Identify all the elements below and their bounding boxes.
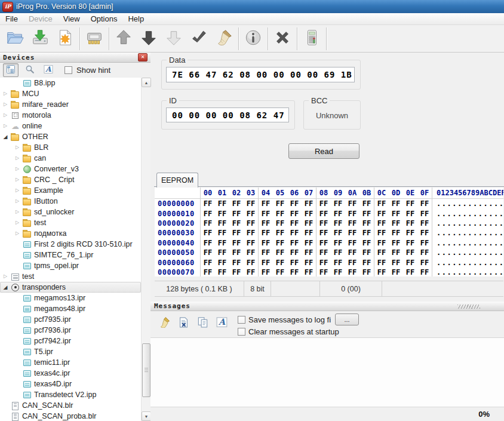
tree-item-megamos13-ipr[interactable]: megamos13.ipr <box>0 293 141 303</box>
hex-byte-cell[interactable]: FF <box>273 208 287 218</box>
hex-byte-cell[interactable]: FF <box>201 208 215 218</box>
hex-byte-cell[interactable]: FF <box>215 228 229 238</box>
hex-byte-cell[interactable]: FF <box>389 199 403 208</box>
hex-byte-cell[interactable]: FF <box>331 219 345 228</box>
hex-byte-cell[interactable]: FF <box>331 268 345 276</box>
tree-item-motorola[interactable]: ▷motorola <box>0 110 141 121</box>
hex-byte-cell[interactable]: FF <box>302 208 316 218</box>
tab-eeprom[interactable]: EEPROM <box>156 173 198 188</box>
hex-byte-cell[interactable]: FF <box>417 228 432 238</box>
hex-byte-cell[interactable]: FF <box>244 257 258 267</box>
hex-byte-cell[interactable]: FF <box>359 248 374 257</box>
hex-byte-cell[interactable]: FF <box>316 248 331 257</box>
hex-byte-cell[interactable]: FF <box>316 219 331 228</box>
id-hex-field[interactable]: 00 00 00 00 08 62 47 66 <box>166 107 289 122</box>
tree-item-pcf7936-ipr[interactable]: pcf7936.ipr <box>0 325 141 336</box>
hex-byte-cell[interactable]: FF <box>215 257 229 267</box>
hex-byte-cell[interactable]: FF <box>331 248 345 257</box>
tree-item-simtec-76-1-ipr[interactable]: SIMTEC_76_1.ipr <box>0 250 141 260</box>
hex-byte-cell[interactable]: FF <box>331 257 345 267</box>
hex-byte-cell[interactable]: FF <box>417 219 432 228</box>
hex-byte-cell[interactable]: FF <box>259 238 273 248</box>
hex-byte-cell[interactable]: FF <box>374 219 389 228</box>
hex-byte-cell[interactable]: FF <box>331 228 345 238</box>
search-button[interactable] <box>23 64 37 76</box>
hex-byte-cell[interactable]: FF <box>345 257 359 267</box>
chip-button[interactable] <box>82 27 107 51</box>
hex-byte-cell[interactable]: FF <box>359 199 374 208</box>
hex-byte-cell[interactable]: FF <box>302 248 316 257</box>
expander-open-icon[interactable]: ◢ <box>2 284 8 290</box>
hex-byte-cell[interactable]: FF <box>389 248 403 257</box>
hex-byte-cell[interactable]: FF <box>201 219 215 228</box>
tree-item-tpms-opel-ipr[interactable]: tpms_opel.ipr <box>0 260 141 271</box>
hex-byte-cell[interactable]: FF <box>302 238 316 248</box>
hex-byte-cell[interactable]: FF <box>302 257 316 267</box>
hex-byte-cell[interactable]: FF <box>302 199 316 208</box>
hex-byte-cell[interactable]: FF <box>302 219 316 228</box>
hex-byte-cell[interactable]: FF <box>201 248 215 257</box>
devices-close-button[interactable]: ✕ <box>138 53 147 62</box>
hex-byte-cell[interactable]: FF <box>359 228 374 238</box>
hex-byte-cell[interactable]: FF <box>215 199 229 208</box>
tree-item-can-scan-blr[interactable]: CAN_SCAN.blr <box>0 400 141 411</box>
hex-byte-cell[interactable]: FF <box>359 238 374 248</box>
info-button[interactable] <box>241 27 266 51</box>
expander-closed-icon[interactable]: ▷ <box>14 198 20 204</box>
splitter-grip[interactable] <box>457 305 480 309</box>
hex-byte-cell[interactable]: FF <box>259 208 273 218</box>
hex-byte-cell[interactable]: FF <box>229 228 244 238</box>
tree-item-test[interactable]: ▷test <box>0 217 141 228</box>
hex-byte-cell[interactable]: FF <box>302 268 316 276</box>
title-bar[interactable]: iP iProg Pro. Version 80 [admin] <box>0 0 504 13</box>
tree-scrollbar[interactable]: ▲ ▼ <box>141 78 150 421</box>
hex-byte-cell[interactable]: FF <box>201 199 215 208</box>
tree-item-t5-ipr[interactable]: T5.ipr <box>0 346 141 357</box>
clean-button[interactable] <box>211 27 236 51</box>
expander-closed-icon[interactable]: ▷ <box>2 123 8 129</box>
scroll-thumb[interactable] <box>142 343 150 397</box>
new-file-button[interactable] <box>53 27 78 51</box>
hex-byte-cell[interactable]: FF <box>229 238 244 248</box>
tree-item-temic11-ipr[interactable]: temic11.ipr <box>0 357 141 368</box>
hex-byte-cell[interactable]: FF <box>316 238 331 248</box>
hex-byte-cell[interactable]: FF <box>201 228 215 238</box>
hex-byte-cell[interactable]: FF <box>389 257 403 267</box>
hex-byte-cell[interactable]: FF <box>273 268 287 276</box>
tree-item-b8-ipp[interactable]: B8.ipp <box>0 78 141 88</box>
hex-editor-grid[interactable]: 000102030405060708090A0B0C0D0E0F01234567… <box>155 188 503 276</box>
hex-byte-cell[interactable]: FF <box>287 199 302 208</box>
hex-byte-cell[interactable]: FF <box>287 208 302 218</box>
hex-byte-cell[interactable]: FF <box>259 257 273 267</box>
clear-startup-checkbox[interactable] <box>238 328 245 336</box>
save-file-button[interactable] <box>27 27 53 51</box>
hex-byte-cell[interactable]: FF <box>403 219 417 228</box>
menu-file[interactable]: File <box>0 13 23 24</box>
hex-byte-cell[interactable]: FF <box>403 248 417 257</box>
hex-byte-cell[interactable]: FF <box>374 199 389 208</box>
hex-byte-cell[interactable]: FF <box>259 219 273 228</box>
tree-item-texas4c-ipr[interactable]: texas4c.ipr <box>0 368 141 379</box>
tree-item-texas4d-ipr[interactable]: texas4D.ipr <box>0 379 141 389</box>
hex-byte-cell[interactable]: FF <box>244 248 258 257</box>
hex-byte-cell[interactable]: FF <box>229 257 244 267</box>
expander-open-icon[interactable]: ◢ <box>2 134 8 140</box>
hex-byte-cell[interactable]: FF <box>389 228 403 238</box>
scroll-up-button[interactable]: ▲ <box>142 78 151 87</box>
hex-byte-cell[interactable]: FF <box>316 208 331 218</box>
tree-item-converter-v3[interactable]: ▷Converter_v3 <box>0 164 141 174</box>
hex-byte-cell[interactable]: FF <box>374 208 389 218</box>
messages-log-area[interactable] <box>150 337 504 407</box>
hex-byte-cell[interactable]: FF <box>345 268 359 276</box>
hex-byte-cell[interactable]: FF <box>287 268 302 276</box>
hex-byte-cell[interactable]: FF <box>331 208 345 218</box>
expander-closed-icon[interactable]: ▷ <box>2 274 8 279</box>
expander-closed-icon[interactable]: ▷ <box>2 91 8 97</box>
verify-button[interactable] <box>186 27 211 51</box>
tree-item-mcu[interactable]: ▷MCU <box>0 88 141 99</box>
hex-byte-cell[interactable]: FF <box>273 248 287 257</box>
hex-byte-cell[interactable]: FF <box>273 219 287 228</box>
delete-log-button[interactable] <box>176 315 191 331</box>
read-button[interactable]: Read <box>288 143 359 159</box>
hex-byte-cell[interactable]: FF <box>345 199 359 208</box>
